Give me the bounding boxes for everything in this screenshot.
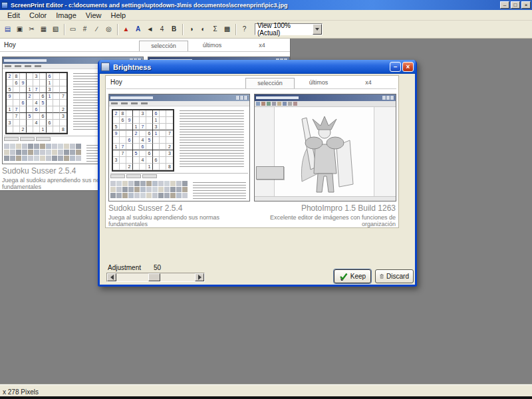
dialog-titlebar[interactable]: Brightness – × [99, 60, 416, 74]
trash-icon [380, 272, 384, 281]
zoom-value: View 100% (Actual) [257, 22, 313, 37]
main-titlebar[interactable]: ScreenPrint Editor - c:\documents and se… [0, 0, 532, 10]
chevron-down-icon[interactable] [313, 24, 322, 35]
mini-tabs [110, 174, 248, 180]
text-lines [178, 109, 247, 168]
tab-x4: x4 [359, 78, 378, 88]
slider-right-arrow[interactable] [195, 273, 204, 281]
help-icon: ? [243, 25, 247, 33]
menu-item-color[interactable]: Color [25, 11, 51, 20]
page-header: Hoy [110, 78, 122, 86]
statusbar: x 278 Pixels [0, 384, 532, 396]
photoimpro-screenshot [254, 94, 396, 201]
warning-icon: ▲ [123, 25, 130, 33]
screen-edge [0, 396, 532, 399]
dialog-minimize-button[interactable]: – [390, 62, 401, 72]
brightness-dialog: Brightness – × Hoy selección últimos x4 [98, 60, 417, 287]
header-divider [106, 88, 396, 89]
text-lines [192, 181, 248, 199]
slider-left-arrow[interactable] [107, 273, 116, 281]
pencil-icon: ∕ [96, 25, 98, 33]
sudoku-screenshot: 283669151739261764517627563346218 [108, 94, 250, 201]
gradient-button[interactable]: ▩ [221, 23, 233, 35]
sum-icon: Σ [213, 25, 217, 33]
sum-button[interactable]: Σ [209, 23, 221, 35]
adjustment-slider[interactable] [106, 273, 205, 282]
mini-toolbar [255, 101, 396, 107]
mini-right-panel [374, 107, 396, 197]
menu-item-view[interactable]: View [81, 11, 106, 20]
menu-item-image[interactable]: Image [51, 11, 81, 20]
zoom-button[interactable]: ◎ [103, 23, 114, 35]
restore-button[interactable]: □ [511, 1, 520, 9]
warning-button[interactable]: ▲ [120, 23, 132, 35]
mirror-icon: ◄ [147, 25, 154, 33]
capture-icon: ▣ [17, 25, 23, 33]
photoimpro-caption-title: PhotoImpro 1.5 Build 1263 [270, 203, 396, 213]
copy-icon: ▦ [41, 25, 47, 33]
cut-button[interactable]: ✂ [26, 23, 37, 35]
crop-button[interactable]: # [79, 23, 90, 35]
text-icon: A [136, 25, 140, 33]
sudoku-caption-title: Sudoku Susser 2.5.4 [2, 166, 113, 176]
tab-seleccion: selección [139, 41, 188, 52]
discard-button[interactable]: Discard [375, 269, 414, 283]
mirror-button[interactable]: ◄ [144, 23, 156, 35]
cut-icon: ✂ [29, 25, 34, 33]
close-button[interactable]: × [521, 1, 531, 9]
mini-window-buttons [236, 96, 248, 100]
slider-thumb[interactable] [148, 273, 160, 281]
mini-left-panel [255, 107, 275, 197]
screen: ScreenPrint Editor - c:\documents and se… [0, 0, 532, 399]
tab-seleccion: selección [245, 78, 295, 89]
zoom-dropdown[interactable]: View 100% (Actual) [255, 23, 323, 35]
dialog-window-controls: – × [390, 62, 414, 72]
adjustment-value: 50 [154, 264, 161, 271]
minimize-button[interactable]: – [500, 1, 509, 9]
sudoku-grid: 283669151739261764517627563346218 [5, 72, 68, 134]
sudoku-caption-desc2: fundamentales [108, 221, 219, 227]
green-check-icon [339, 272, 348, 281]
photoimpro-caption-desc2: organización [270, 221, 396, 227]
mini-menubar [109, 101, 249, 106]
pencil-button[interactable]: ∕ [91, 23, 102, 35]
page-header: Hoy [4, 41, 16, 49]
rotate-button[interactable]: 4 [156, 23, 168, 35]
toolbar-separator [64, 24, 65, 35]
knight-drawing [275, 107, 373, 197]
tab-x4: x4 [253, 41, 271, 51]
photoimpro-caption: PhotoImpro 1.5 Build 1263 Excelente edit… [270, 203, 396, 227]
menu-item-edit[interactable]: Edit [3, 11, 25, 20]
select-button[interactable]: ▭ [67, 23, 78, 35]
dialog-close-button[interactable]: × [402, 62, 414, 72]
zoom-icon: ◎ [106, 25, 112, 33]
invert-button[interactable]: ◐ [198, 23, 209, 35]
adjustment-label: Adjustment [108, 264, 141, 271]
window-title: ScreenPrint Editor - c:\documents and se… [11, 2, 288, 9]
bold-button[interactable]: B [168, 23, 180, 35]
contrast-button[interactable]: ◑ [186, 23, 197, 35]
crop-icon: # [83, 25, 87, 33]
keep-button[interactable]: Keep [334, 269, 371, 283]
tab-ultimos: últimos [197, 41, 227, 51]
copy-button[interactable]: ▦ [38, 23, 49, 35]
gradient-icon: ▩ [224, 25, 230, 33]
sudoku-caption: Sudoku Susser 2.5.4 Juega al sudoku apre… [108, 203, 219, 227]
mini-titlebar [109, 94, 249, 101]
text-tool-button[interactable]: A [132, 23, 144, 35]
mini-titlebar [255, 94, 396, 101]
menu-item-help[interactable]: Help [106, 11, 131, 20]
window-controls: – □ × [500, 1, 531, 9]
paste-button[interactable]: ▧ [50, 23, 61, 35]
contrast-icon: ◑ [189, 25, 193, 33]
capture-button[interactable]: ▣ [14, 23, 25, 35]
select-icon: ▭ [70, 25, 76, 33]
save-button[interactable]: ▤ [2, 23, 13, 35]
dialog-title: Brightness [113, 63, 151, 71]
sudoku-caption: Sudoku Susser 2.5.4 Juega al sudoku apre… [2, 166, 113, 190]
toolbar: ▤ ▣ ✂ ▦ ▧ ▭ # ∕ ◎ ▲ A ◄ 4 B ◑ ◐ Σ ▩ ? Vi… [0, 21, 532, 39]
save-icon: ▤ [5, 25, 11, 33]
help-button[interactable]: ? [239, 23, 250, 35]
mini-window-buttons [382, 96, 394, 100]
rotate-icon: 4 [160, 25, 164, 33]
